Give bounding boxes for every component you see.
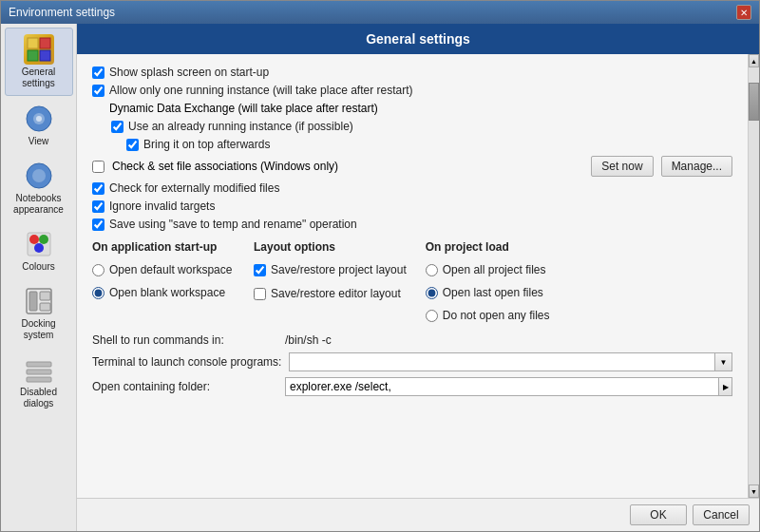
terminal-input-group: ▼ [289, 352, 732, 371]
project-none-label[interactable]: Do not open any files [443, 309, 550, 322]
svg-point-10 [29, 235, 39, 244]
general-icon [24, 34, 54, 65]
sidebar-item-docking[interactable]: Docking system [5, 280, 73, 347]
svg-point-8 [32, 169, 46, 182]
sidebar-disabled-label: Disabled dialogs [9, 387, 69, 409]
layout-project-label[interactable]: Save/restore project layout [271, 263, 407, 276]
startup-header: On application start-up [92, 240, 235, 254]
svg-rect-0 [28, 38, 38, 48]
sidebar-item-colours[interactable]: Colours [5, 223, 73, 278]
sidebar-notebooks-label: Notebooks appearance [9, 193, 69, 216]
layout-project-checkbox[interactable] [254, 264, 266, 276]
project-last-radio[interactable] [426, 287, 438, 299]
project-all-radio[interactable] [426, 264, 438, 276]
folder-row: Open containing folder: ▶ [92, 377, 732, 396]
folder-label: Open containing folder: [92, 380, 277, 393]
scrollbar-thumb[interactable] [749, 83, 759, 121]
file-assoc-label[interactable]: Check & set file associations (Windows o… [112, 160, 338, 173]
colours-icon [24, 229, 54, 259]
bring-top-row: Bring it on top afterwards [126, 138, 732, 151]
ignore-targets-label[interactable]: Ignore invalid targets [109, 200, 215, 213]
disabled-icon [24, 354, 54, 385]
project-none-radio[interactable] [426, 310, 438, 322]
close-button[interactable]: ✕ [736, 5, 751, 20]
save-temp-checkbox[interactable] [92, 218, 104, 231]
project-none-row: Do not open any files [426, 309, 559, 322]
svg-rect-14 [29, 292, 37, 311]
project-all-label[interactable]: Open all project files [443, 263, 546, 276]
folder-scroll-btn[interactable]: ▶ [719, 377, 732, 396]
terminal-label: Terminal to launch console programs: [92, 355, 281, 369]
manage-button[interactable]: Manage... [661, 156, 732, 177]
scrollbar-down[interactable]: ▼ [749, 484, 759, 498]
startup-blank-label[interactable]: Open blank workspace [109, 286, 225, 299]
ignore-targets-checkbox[interactable] [92, 200, 104, 213]
terminal-dropdown-arrow[interactable]: ▼ [715, 352, 732, 371]
layout-editor-checkbox[interactable] [254, 288, 266, 300]
svg-point-12 [34, 243, 44, 253]
startup-default-row: Open default workspace [92, 263, 235, 276]
project-all-row: Open all project files [426, 263, 559, 276]
window-title: Environment settings [9, 6, 115, 19]
ext-modified-checkbox[interactable] [92, 182, 104, 195]
splash-screen-checkbox[interactable] [92, 66, 104, 79]
save-temp-label[interactable]: Save using "save to temp and rename" ope… [109, 218, 357, 231]
terminal-input[interactable] [289, 352, 715, 371]
save-temp-row: Save using "save to temp and rename" ope… [92, 218, 732, 231]
svg-rect-1 [40, 38, 50, 48]
shell-row: Shell to run commands in: /bin/sh -c [92, 333, 732, 347]
ext-modified-label[interactable]: Check for externally modified files [109, 181, 279, 195]
cancel-button[interactable]: Cancel [693, 504, 750, 525]
title-bar: Environment settings ✕ [1, 1, 759, 24]
ignore-targets-row: Ignore invalid targets [92, 200, 732, 213]
bottom-bar: OK Cancel [77, 498, 759, 531]
startup-default-radio[interactable] [92, 264, 104, 276]
sidebar-colours-label: Colours [22, 261, 54, 273]
sidebar-item-notebooks[interactable]: Notebooks appearance [5, 155, 73, 221]
bring-top-label[interactable]: Bring it on top afterwards [143, 138, 270, 151]
scrollbar-up[interactable]: ▲ [749, 54, 759, 67]
dde-row: Dynamic Data Exchange (will take place a… [92, 102, 732, 115]
sidebar-item-view[interactable]: View [5, 98, 73, 153]
shell-value: /bin/sh -c [285, 333, 332, 347]
layout-editor-label[interactable]: Save/restore editor layout [271, 287, 401, 300]
docking-icon [24, 286, 54, 316]
ok-button[interactable]: OK [630, 504, 687, 525]
single-instance-checkbox[interactable] [92, 85, 104, 97]
main-panel: General settings Show splash screen on s… [77, 24, 759, 531]
svg-rect-18 [27, 370, 51, 374]
svg-rect-2 [28, 50, 38, 61]
layout-project-row: Save/restore project layout [254, 263, 407, 276]
sidebar-docking-label: Docking system [9, 318, 69, 341]
layout-editor-row: Save/restore editor layout [254, 287, 407, 300]
set-now-button[interactable]: Set now [591, 156, 653, 177]
use-running-label[interactable]: Use an already running instance (if poss… [128, 120, 353, 133]
startup-blank-radio[interactable] [92, 287, 104, 299]
splash-screen-label[interactable]: Show splash screen on start-up [109, 66, 269, 79]
startup-col: On application start-up Open default wor… [92, 240, 235, 326]
ext-modified-row: Check for externally modified files [92, 181, 732, 195]
page-title: General settings [77, 24, 759, 54]
startup-blank-row: Open blank workspace [92, 286, 235, 299]
sidebar-view-label: View [28, 136, 49, 147]
view-icon [24, 104, 54, 134]
sidebar-item-general[interactable]: General settings [5, 28, 73, 96]
folder-input[interactable] [285, 377, 719, 396]
file-assoc-row: Check & set file associations (Windows o… [92, 156, 732, 177]
project-last-label[interactable]: Open last open files [443, 286, 543, 299]
main-window: Environment settings ✕ General settings [0, 0, 760, 532]
svg-rect-17 [27, 362, 51, 367]
bring-top-checkbox[interactable] [126, 139, 139, 151]
terminal-row: Terminal to launch console programs: ▼ [92, 352, 732, 371]
three-columns: On application start-up Open default wor… [92, 240, 732, 326]
layout-header: Layout options [254, 240, 407, 254]
sidebar-item-disabled[interactable]: Disabled dialogs [5, 349, 73, 415]
single-instance-label[interactable]: Allow only one running instance (will ta… [109, 84, 413, 97]
svg-rect-19 [27, 377, 51, 382]
file-assoc-checkbox[interactable] [92, 161, 104, 173]
use-running-checkbox[interactable] [111, 121, 124, 133]
project-last-row: Open last open files [426, 286, 559, 299]
startup-default-label[interactable]: Open default workspace [109, 263, 232, 276]
scrollbar: ▲ ▼ [748, 54, 759, 498]
layout-col: Layout options Save/restore project layo… [254, 240, 407, 326]
